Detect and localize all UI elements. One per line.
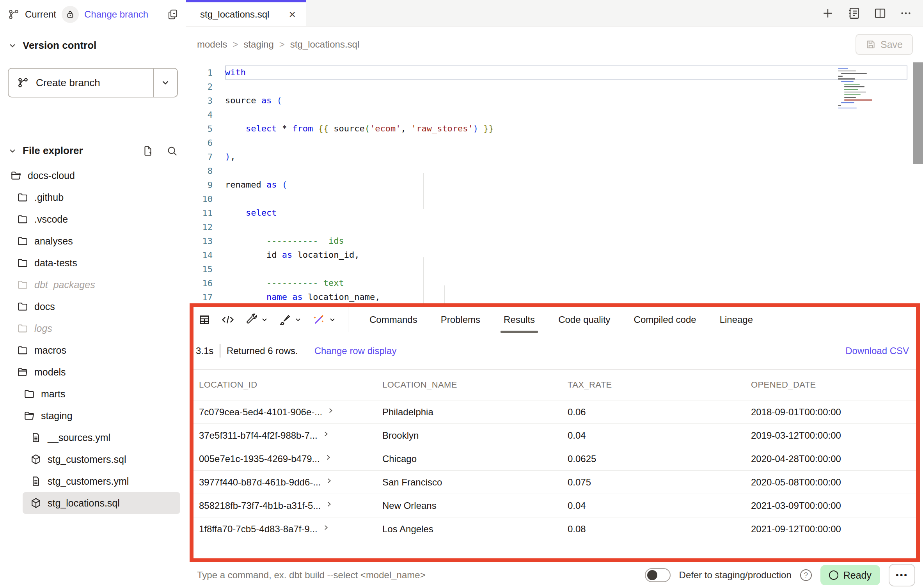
editor-tab-bar: stg_locations.sql × — [186, 0, 923, 27]
format-brush-menu[interactable] — [279, 313, 302, 326]
code-line-4[interactable]: 4 — [186, 108, 923, 122]
table-view-icon[interactable] — [198, 313, 211, 326]
chevron-down-icon[interactable] — [8, 146, 17, 156]
tree-item-stg-customers-yml[interactable]: stg_customers.yml — [0, 470, 186, 492]
panel-tab-code-quality[interactable]: Code quality — [547, 307, 622, 332]
cell-tax_rate: 0.04 — [562, 500, 746, 511]
tab-title: stg_locations.sql — [200, 9, 269, 20]
table-row[interactable]: 858218fb-73f7-4b1b-a31f-5...New Orleans0… — [193, 494, 916, 517]
ready-status-button[interactable]: Ready — [820, 565, 880, 585]
defer-toggle[interactable] — [645, 568, 671, 582]
expand-cell-icon[interactable] — [327, 407, 334, 414]
search-icon[interactable] — [166, 145, 178, 157]
line-number: 13 — [186, 236, 225, 246]
tree-item-dbt-packages[interactable]: dbt_packages — [0, 274, 186, 296]
create-branch-dropdown[interactable] — [153, 69, 177, 97]
code-line-2[interactable]: 2 — [186, 80, 923, 94]
breadcrumb-item[interactable]: models — [197, 39, 227, 50]
change-branch-link[interactable]: Change branch — [84, 9, 148, 20]
tree-item-docs-cloud[interactable]: docs-cloud — [0, 165, 186, 186]
expand-cell-icon[interactable] — [322, 430, 329, 437]
tree-item-logs[interactable]: logs — [0, 317, 186, 339]
panel-tab-commands[interactable]: Commands — [358, 307, 429, 332]
expand-cell-icon[interactable] — [325, 477, 332, 484]
cell-location_id: 858218fb-73f7-4b1b-a31f-5... — [193, 500, 377, 511]
create-branch-button[interactable]: Create branch — [9, 69, 153, 97]
code-line-8[interactable]: 8 — [186, 164, 923, 178]
code-line-9[interactable]: 9renamed as ( — [186, 178, 923, 192]
change-row-display-link[interactable]: Change row display — [314, 345, 397, 356]
code-line-5[interactable]: 5 select * from {{ source('ecom', 'raw_s… — [186, 122, 923, 136]
code-view-icon[interactable] — [221, 313, 235, 326]
code-line-15[interactable]: 15 — [186, 262, 923, 276]
editor-scrollbar[interactable] — [913, 62, 923, 164]
tree-item-staging[interactable]: staging — [0, 405, 186, 427]
split-editor-icon[interactable] — [874, 7, 886, 19]
new-tab-plus-icon[interactable] — [822, 7, 834, 19]
results-status-row: 3.1s Returned 6 rows. Change row display… — [193, 332, 916, 370]
code-line-10[interactable]: 10 — [186, 192, 923, 206]
code-line-1[interactable]: 1with — [186, 66, 923, 80]
defer-label: Defer to staging/production — [679, 570, 792, 581]
code-line-16[interactable]: 16 ---------- text — [186, 276, 923, 290]
table-row[interactable]: 37e5f311-b7f4-4f2f-988b-7...Brooklyn0.04… — [193, 423, 916, 447]
code-line-3[interactable]: 3source as ( — [186, 94, 923, 108]
code-editor[interactable]: 1with23source as (45 select * from {{ so… — [186, 62, 923, 303]
tree-item--vscode[interactable]: .vscode — [0, 208, 186, 230]
notebook-icon[interactable] — [847, 7, 861, 20]
more-options-icon[interactable] — [900, 7, 912, 19]
command-input[interactable] — [197, 570, 636, 581]
tree-item-analyses[interactable]: analyses — [0, 230, 186, 252]
cell-opened_date: 2018-09-01T00:00:00 — [746, 407, 916, 418]
table-row[interactable]: 3977f440-b87d-461b-9dd6-...San Francisco… — [193, 470, 916, 494]
tree-item-models[interactable]: models — [0, 361, 186, 383]
tree-item-docs[interactable]: docs — [0, 296, 186, 317]
tab-close-icon[interactable]: × — [289, 9, 296, 20]
tree-item-macros[interactable]: macros — [0, 339, 186, 361]
tree-item-stg-locations-sql[interactable]: stg_locations.sql — [23, 492, 180, 514]
tree-item-stg-customers-sql[interactable]: stg_customers.sql — [0, 448, 186, 470]
folder-icon — [17, 235, 28, 247]
code-line-17[interactable]: 17 name as location_name, — [186, 290, 923, 303]
more-options-button[interactable]: ••• — [889, 564, 915, 586]
panel-tab-results[interactable]: Results — [492, 307, 547, 332]
help-icon[interactable]: ? — [800, 569, 812, 581]
code-line-6[interactable]: 6 — [186, 136, 923, 150]
current-branch-label: Current — [25, 9, 56, 20]
build-wrench-menu[interactable] — [245, 313, 268, 326]
ai-wand-menu[interactable] — [312, 313, 336, 326]
expand-cell-icon[interactable] — [325, 501, 332, 508]
line-number: 8 — [186, 166, 225, 176]
copy-icon[interactable] — [167, 9, 179, 20]
tree-item-data-tests[interactable]: data-tests — [0, 252, 186, 274]
code-line-11[interactable]: 11 select — [186, 206, 923, 220]
table-row[interactable]: 7c079cea-5ed4-4101-906e-...Philadelphia0… — [193, 400, 916, 423]
panel-tab-compiled-code[interactable]: Compiled code — [622, 307, 708, 332]
line-number: 9 — [186, 180, 225, 190]
tree-item--github[interactable]: .github — [0, 186, 186, 208]
save-button[interactable]: Save — [856, 34, 913, 55]
table-row[interactable]: 1f8ffa70-7cb5-4d83-8a7f-9...Los Angeles0… — [193, 517, 916, 540]
tree-item--sources-yml[interactable]: __sources.yml — [0, 427, 186, 448]
breadcrumb-item[interactable]: stg_locations.sql — [290, 39, 359, 50]
minimap[interactable] — [838, 68, 889, 110]
code-text: select * from {{ source('ecom', 'raw_sto… — [225, 122, 907, 136]
expand-cell-icon[interactable] — [325, 454, 332, 461]
breadcrumb-item[interactable]: staging — [243, 39, 273, 50]
code-line-12[interactable]: 12 — [186, 220, 923, 234]
panel-tab-problems[interactable]: Problems — [429, 307, 492, 332]
line-number: 2 — [186, 82, 225, 92]
expand-cell-icon[interactable] — [322, 524, 329, 531]
version-control-title: Version control — [23, 39, 96, 51]
download-csv-link[interactable]: Download CSV — [845, 345, 909, 356]
code-line-13[interactable]: 13 ---------- ids — [186, 234, 923, 248]
rows-returned-label: Returned 6 rows. — [227, 345, 298, 356]
table-row[interactable]: 005e7e1c-1935-4269-b479...Chicago0.06252… — [193, 447, 916, 470]
new-file-icon[interactable] — [142, 145, 154, 157]
code-line-7[interactable]: 7), — [186, 150, 923, 164]
panel-tab-lineage[interactable]: Lineage — [708, 307, 765, 332]
tab-stg-locations-sql[interactable]: stg_locations.sql × — [186, 0, 306, 26]
tree-item-marts[interactable]: marts — [0, 383, 186, 405]
chevron-down-icon[interactable] — [8, 41, 17, 50]
code-line-14[interactable]: 14 id as location_id, — [186, 248, 923, 262]
